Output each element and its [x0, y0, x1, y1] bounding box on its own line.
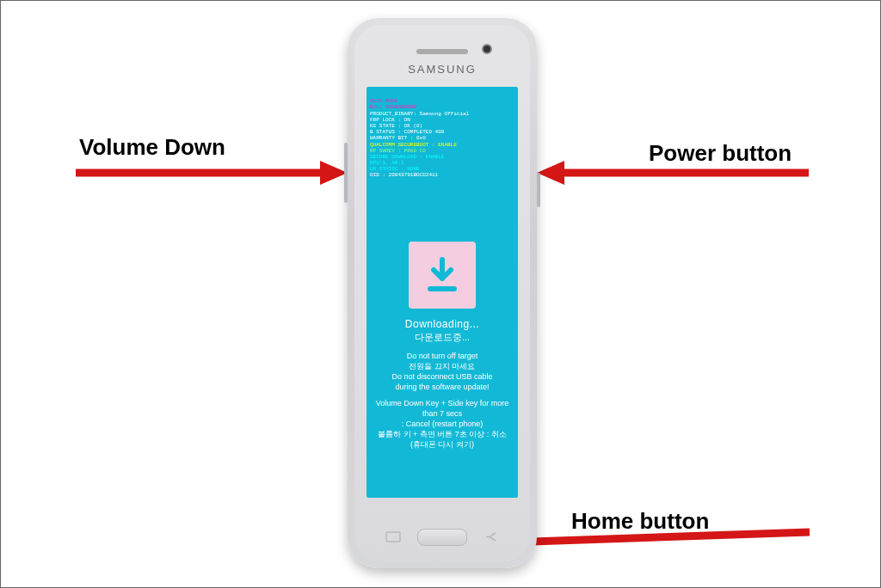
label-volume-down: Volume Down — [79, 134, 225, 161]
recent-apps-softkey-icon — [385, 531, 401, 542]
phone-device: SAMSUNG ODIN MODE B/L: A000000000 PRODUC… — [348, 18, 537, 568]
downloading-title: Downloading... — [375, 317, 509, 331]
svg-line-4 — [507, 532, 810, 542]
arrow-volume-down — [76, 161, 348, 185]
svg-marker-3 — [537, 161, 564, 185]
cancel-line-1: Volume Down Key + Side key for more than… — [375, 398, 509, 419]
volume-down-hardware-button — [344, 143, 348, 203]
download-mode-text: Downloading... 다운로드중... Do not turn off … — [375, 317, 509, 450]
warn-line-1-kr: 전원을 끄지 마세요 — [375, 361, 509, 371]
warn-line-1: Do not turn off target — [375, 351, 509, 361]
warn-line-2b: during the software update! — [375, 382, 509, 392]
home-hardware-button — [417, 529, 467, 546]
cancel-line-kr: 볼륨하 키 + 측면 버튼 7초 이상 : 취소 (휴대폰 다시 켜기) — [375, 429, 509, 450]
front-camera — [482, 44, 492, 54]
arrow-power-button — [537, 161, 809, 185]
earpiece-speaker — [416, 49, 468, 54]
warn-line-2a: Do not disconnect USB cable — [375, 371, 509, 382]
phone-screen: ODIN MODE B/L: A000000000 PRODUCT_BINARY… — [367, 87, 518, 498]
svg-rect-7 — [386, 532, 400, 542]
back-softkey-icon — [484, 531, 499, 542]
odin-debug-text: ODIN MODE B/L: A000000000 PRODUCT_BINARY… — [370, 92, 469, 185]
downloading-title-kr: 다운로드중... — [375, 331, 509, 344]
power-hardware-button — [537, 173, 540, 207]
cancel-line-2: : Cancel (restart phone) — [375, 419, 509, 429]
download-icon — [409, 242, 476, 309]
brand-logo: SAMSUNG — [354, 63, 530, 76]
